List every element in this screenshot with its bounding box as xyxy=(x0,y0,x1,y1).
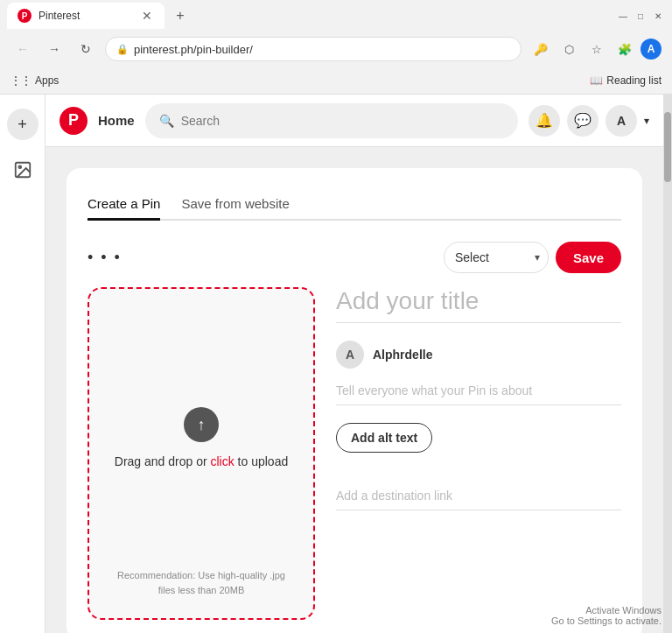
sidebar-plus-button[interactable]: + xyxy=(7,109,38,140)
apps-label: Apps xyxy=(35,74,59,87)
new-tab-button[interactable]: + xyxy=(168,4,192,28)
upload-click-link[interactable]: click xyxy=(211,454,234,468)
sidebar-image-button[interactable] xyxy=(7,154,38,186)
minimize-button[interactable]: — xyxy=(616,9,630,23)
main-content: P Home 🔍 🔔 💬 A ▾ xyxy=(46,95,663,633)
profile-icon[interactable]: A xyxy=(640,39,662,60)
chat-icon: 💬 xyxy=(574,112,592,129)
tab-favicon: P xyxy=(18,9,32,23)
reload-button[interactable]: ↻ xyxy=(74,37,98,61)
destination-link-section xyxy=(336,488,621,510)
pin-builder-card: Create a Pin Save from website • • • Sel… xyxy=(66,168,642,633)
pin-builder-content: ↑ Drag and drop or click to upload Recom… xyxy=(88,287,621,620)
board-select-wrapper: Select Board 1 Board 2 xyxy=(444,242,549,273)
pin-builder-toolbar: • • • Select Board 1 Board 2 Save xyxy=(88,242,621,273)
apps-grid-icon: ⋮⋮ xyxy=(10,74,32,87)
chevron-down-icon[interactable]: ▾ xyxy=(644,115,649,127)
upload-dropzone[interactable]: ↑ Drag and drop or click to upload Recom… xyxy=(88,287,315,620)
activate-watermark: Activate Windows Go to Settings to activ… xyxy=(551,605,662,626)
extension-icon[interactable]: ⬡ xyxy=(556,37,581,61)
close-button[interactable]: ✕ xyxy=(651,9,665,23)
upload-text: Drag and drop or click to upload xyxy=(115,453,288,471)
more-options-button[interactable]: • • • xyxy=(88,249,122,267)
upload-recommendation: Recommendation: Use high-quality .jpg fi… xyxy=(110,568,292,597)
forward-button[interactable]: → xyxy=(42,37,66,61)
user-avatar[interactable]: A xyxy=(606,105,637,137)
extensions-button[interactable]: 🧩 xyxy=(612,37,637,61)
url-text: pinterest.ph/pin-builder/ xyxy=(134,43,253,56)
pinterest-logo[interactable]: P xyxy=(60,107,88,135)
search-input[interactable] xyxy=(181,114,504,128)
reading-list-label: Reading list xyxy=(606,74,662,87)
maximize-button[interactable]: □ xyxy=(634,9,648,23)
tab-save-from-website[interactable]: Save from website xyxy=(181,189,289,221)
pin-builder-wrap: Create a Pin Save from website • • • Sel… xyxy=(46,147,663,633)
address-bar[interactable]: 🔒 pinterest.ph/pin-builder/ xyxy=(105,37,522,61)
scrollbar-thumb[interactable] xyxy=(664,112,671,182)
tabs-bar: Create a Pin Save from website xyxy=(88,189,621,221)
upload-main: ↑ Drag and drop or click to upload xyxy=(115,310,288,568)
apps-bookmark[interactable]: ⋮⋮ Apps xyxy=(10,74,59,87)
tab-close-button[interactable]: ✕ xyxy=(140,9,154,23)
author-row: A Alphrdelle xyxy=(336,341,621,369)
svg-point-1 xyxy=(18,165,21,168)
tab-title: Pinterest xyxy=(38,10,133,22)
toolbar-actions: Select Board 1 Board 2 Save xyxy=(444,242,621,273)
window-controls: — □ ✕ xyxy=(616,9,665,23)
pinterest-header: P Home 🔍 🔔 💬 A ▾ xyxy=(46,95,663,147)
password-icon[interactable]: 🔑 xyxy=(528,37,553,61)
reading-list-icon: 📖 xyxy=(590,74,603,87)
home-link[interactable]: Home xyxy=(98,113,135,128)
pin-form: A Alphrdelle Add alt text xyxy=(336,287,621,620)
destination-link-input[interactable] xyxy=(336,489,621,510)
messages-button[interactable]: 💬 xyxy=(567,105,598,137)
upload-icon: ↑ xyxy=(184,407,219,442)
notification-button[interactable]: 🔔 xyxy=(528,105,560,137)
upload-area: ↑ Drag and drop or click to upload Recom… xyxy=(88,287,315,620)
tab-create-pin[interactable]: Create a Pin xyxy=(88,189,160,221)
page-scrollbar[interactable] xyxy=(663,95,672,633)
author-avatar: A xyxy=(336,341,364,369)
back-button[interactable]: ← xyxy=(10,37,35,61)
sidebar: + xyxy=(0,95,46,633)
search-bar[interactable]: 🔍 xyxy=(145,103,518,138)
title-input[interactable] xyxy=(336,287,621,323)
save-button[interactable]: Save xyxy=(556,242,621,273)
lock-icon: 🔒 xyxy=(116,44,129,55)
bookmark-icon[interactable]: ☆ xyxy=(584,37,609,61)
search-icon: 🔍 xyxy=(159,114,174,128)
browser-tab[interactable]: P Pinterest ✕ xyxy=(7,3,164,29)
description-input[interactable] xyxy=(336,383,621,405)
reading-list-button[interactable]: 📖 Reading list xyxy=(590,74,662,87)
alt-text-button[interactable]: Add alt text xyxy=(336,423,432,453)
bell-icon: 🔔 xyxy=(536,112,553,129)
board-select[interactable]: Select Board 1 Board 2 xyxy=(444,242,549,273)
author-name: Alphrdelle xyxy=(373,348,432,362)
